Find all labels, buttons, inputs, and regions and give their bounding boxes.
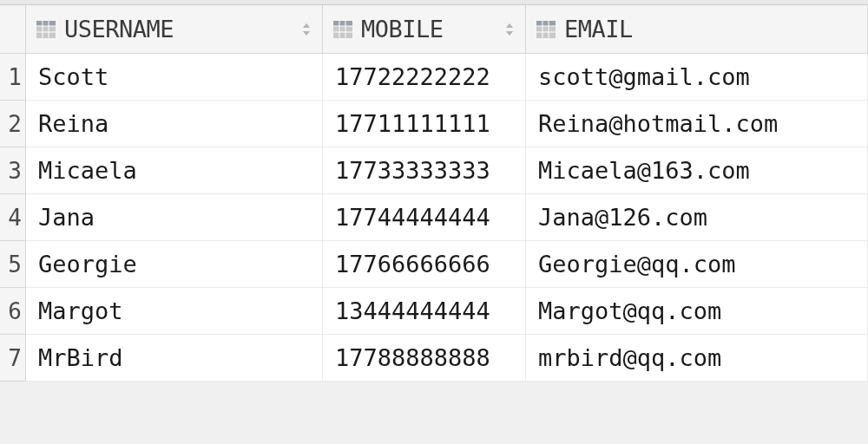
cell-value: Margot — [38, 297, 123, 324]
row-number-value: 3 — [8, 158, 22, 184]
row-number-value: 2 — [8, 111, 22, 137]
cell-value: 17711111111 — [335, 110, 490, 137]
column-header-mobile[interactable]: MOBILE — [323, 5, 526, 54]
cell-mobile[interactable]: 17788888888 — [323, 335, 526, 382]
row-number[interactable]: 7 — [0, 335, 26, 382]
cell-value: mrbird@qq.com — [538, 344, 721, 371]
cell-value: 17744444444 — [335, 204, 490, 231]
sort-icon[interactable] — [504, 22, 515, 37]
cell-value: Georgie — [38, 251, 137, 278]
cell-email[interactable]: mrbird@qq.com — [526, 335, 868, 382]
cell-value: Scott — [38, 63, 108, 90]
column-icon — [36, 21, 56, 38]
cell-email[interactable]: Micaela@163.com — [526, 147, 868, 194]
cell-value: 17766666666 — [335, 251, 490, 278]
cell-username[interactable]: Scott — [26, 54, 323, 101]
data-grid: USERNAME MOBILE EMAIL 1 Scott 1772222222… — [0, 5, 868, 382]
cell-username[interactable]: Reina — [26, 101, 323, 147]
row-number-value: 7 — [8, 345, 22, 371]
cell-mobile[interactable]: 17722222222 — [323, 54, 526, 101]
cell-email[interactable]: Georgie@qq.com — [526, 241, 868, 288]
cell-email[interactable]: Margot@qq.com — [526, 288, 868, 335]
cell-username[interactable]: Micaela — [26, 147, 323, 194]
row-number[interactable]: 2 — [0, 101, 26, 147]
cell-value: Georgie@qq.com — [538, 251, 736, 278]
cell-email[interactable]: scott@gmail.com — [526, 54, 868, 101]
cell-value: 13444444444 — [335, 297, 490, 324]
cell-value: Margot@qq.com — [538, 297, 721, 324]
cell-value: Reina@hotmail.com — [538, 110, 778, 137]
svg-marker-14 — [506, 23, 513, 28]
column-label: MOBILE — [361, 16, 499, 42]
cell-value: Jana@126.com — [538, 204, 707, 231]
cell-mobile[interactable]: 17733333333 — [323, 147, 526, 194]
row-number[interactable]: 3 — [0, 147, 26, 194]
column-icon — [333, 21, 352, 38]
row-number[interactable]: 5 — [0, 241, 26, 288]
cell-username[interactable]: MrBird — [26, 335, 323, 382]
svg-rect-1 — [36, 21, 56, 26]
column-icon — [536, 21, 556, 38]
cell-value: 17722222222 — [335, 63, 490, 90]
cell-username[interactable]: Margot — [26, 288, 323, 335]
svg-rect-9 — [333, 21, 352, 26]
column-header-username[interactable]: USERNAME — [26, 5, 323, 54]
cell-value: scott@gmail.com — [538, 63, 750, 90]
cell-value: MrBird — [38, 344, 123, 371]
svg-marker-15 — [506, 31, 513, 36]
cell-value: Micaela@163.com — [538, 157, 750, 184]
cell-mobile[interactable]: 17744444444 — [323, 194, 526, 241]
cell-mobile[interactable]: 13444444444 — [323, 288, 526, 335]
svg-marker-7 — [303, 31, 310, 36]
svg-rect-17 — [536, 21, 556, 26]
row-number-value: 4 — [8, 205, 22, 231]
column-label: USERNAME — [64, 16, 296, 42]
cell-value: 17788888888 — [335, 344, 490, 371]
cell-value: Reina — [38, 110, 108, 137]
row-number[interactable]: 6 — [0, 288, 26, 335]
row-number-value: 6 — [8, 298, 22, 324]
svg-marker-6 — [303, 23, 310, 28]
header-corner-stub — [0, 5, 26, 54]
cell-email[interactable]: Jana@126.com — [526, 194, 868, 241]
cell-mobile[interactable]: 17766666666 — [323, 241, 526, 288]
row-number[interactable]: 4 — [0, 194, 26, 241]
row-number[interactable]: 1 — [0, 54, 26, 101]
cell-username[interactable]: Georgie — [26, 241, 323, 288]
cell-email[interactable]: Reina@hotmail.com — [526, 101, 868, 147]
data-grid-container: USERNAME MOBILE EMAIL 1 Scott 1772222222… — [0, 0, 868, 444]
column-label: EMAIL — [564, 16, 857, 42]
cell-value: Jana — [38, 204, 95, 231]
cell-value: Micaela — [38, 157, 137, 184]
cell-value: 17733333333 — [335, 157, 490, 184]
column-header-email[interactable]: EMAIL — [526, 5, 868, 54]
cell-mobile[interactable]: 17711111111 — [323, 101, 526, 147]
row-number-value: 1 — [8, 64, 22, 90]
row-number-value: 5 — [8, 251, 22, 278]
sort-icon[interactable] — [301, 22, 312, 37]
cell-username[interactable]: Jana — [26, 194, 323, 241]
